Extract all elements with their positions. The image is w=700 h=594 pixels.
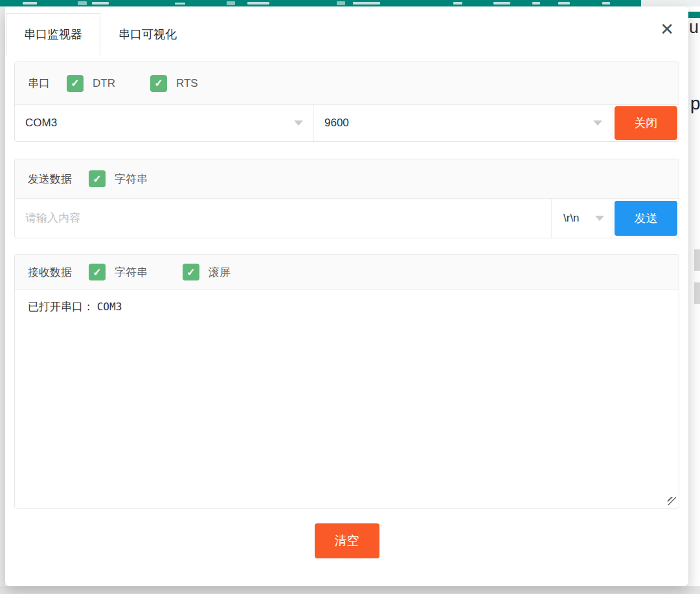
line-ending-select[interactable]: \r\n: [552, 199, 613, 238]
check-icon: ✓: [186, 266, 195, 279]
background-menubar: [0, 0, 641, 6]
background-bottom-strip: [0, 586, 700, 594]
chevron-down-icon: [593, 120, 602, 126]
menubar-icon-fragment: [78, 1, 87, 5]
autoscroll-label: 滚屏: [209, 265, 231, 280]
serial-port-group: 串口 ✓ DTR ✓ RTS COM3 9600: [14, 62, 679, 142]
menubar-text-fragment: [558, 2, 570, 5]
receive-string-label: 字符串: [115, 265, 148, 280]
receive-data-header: 接收数据 ✓ 字符串 ✓ 滚屏: [15, 255, 679, 290]
rts-label: RTS: [176, 77, 198, 90]
menubar-text-fragment: [532, 2, 540, 5]
rts-checkbox[interactable]: ✓: [150, 75, 167, 92]
menubar-text-fragment: [602, 2, 610, 5]
background-artifact: [694, 249, 700, 271]
serial-port-title: 串口: [28, 76, 50, 91]
menubar-text-fragment: [453, 2, 462, 5]
dtr-checkbox-pair: ✓ DTR: [67, 75, 115, 92]
check-icon: ✓: [71, 77, 79, 89]
dtr-checkbox[interactable]: ✓: [67, 75, 84, 92]
autoscroll-checkbox-pair: ✓ 滚屏: [183, 264, 231, 280]
autoscroll-checkbox[interactable]: ✓: [183, 264, 199, 280]
check-icon: ✓: [93, 173, 101, 185]
receive-string-checkbox-pair: ✓ 字符串: [89, 264, 148, 280]
line-ending-value: \r\n: [563, 212, 580, 225]
close-icon[interactable]: ✕: [660, 21, 674, 38]
menubar-text-fragment: [353, 2, 380, 5]
background-menubar-end: [641, 0, 700, 6]
receive-string-checkbox[interactable]: ✓: [89, 264, 106, 280]
dialog-content: 串口 ✓ DTR ✓ RTS COM3 9600: [5, 62, 688, 558]
check-icon: ✓: [93, 266, 101, 279]
tab-serial-monitor[interactable]: 串口监视器: [6, 13, 100, 55]
background-left-strip: [0, 6, 5, 586]
dtr-label: DTR: [93, 77, 115, 90]
background-artifact: [694, 282, 700, 304]
receive-data-title: 接收数据: [28, 265, 72, 280]
menubar-icon-fragment: [227, 1, 235, 5]
receive-data-group: 接收数据 ✓ 字符串 ✓ 滚屏 已打开串口： COM3: [14, 254, 679, 508]
baud-select-value: 9600: [324, 117, 349, 130]
rts-checkbox-pair: ✓ RTS: [150, 75, 198, 92]
menubar-text-fragment: [493, 2, 510, 5]
serial-port-row: COM3 9600 关闭: [15, 105, 679, 141]
dialog-tab-bar: 串口监视器 串口可视化: [5, 6, 688, 55]
receive-output[interactable]: 已打开串口： COM3: [15, 290, 679, 508]
menubar-text-fragment: [92, 2, 109, 5]
send-data-row: \r\n 发送: [15, 199, 679, 238]
send-string-checkbox-pair: ✓ 字符串: [89, 170, 148, 187]
background-partial-text: p: [690, 93, 700, 114]
tab-serial-monitor-label: 串口监视器: [24, 27, 82, 42]
resize-handle[interactable]: [668, 497, 676, 505]
send-string-label: 字符串: [115, 172, 148, 187]
chevron-down-icon: [294, 120, 303, 126]
chevron-down-icon: [595, 216, 604, 221]
send-input[interactable]: [15, 199, 552, 238]
menubar-text-fragment: [23, 2, 37, 5]
serial-monitor-dialog: 串口监视器 串口可视化 ✕ 串口 ✓ DTR ✓ RTS COM3: [5, 6, 688, 586]
close-port-button[interactable]: 关闭: [615, 106, 677, 140]
menubar-text-fragment: [247, 2, 269, 5]
send-data-header: 发送数据 ✓ 字符串: [15, 159, 679, 199]
port-select[interactable]: COM3: [15, 105, 314, 141]
receive-log-port: COM3: [97, 301, 122, 313]
menubar-icon-fragment: [337, 1, 345, 5]
clear-button[interactable]: 清空: [315, 523, 379, 558]
baud-select[interactable]: 9600: [314, 105, 613, 141]
background-partial-text: u: [689, 17, 699, 38]
tab-serial-visualization-label: 串口可视化: [119, 27, 177, 42]
send-data-title: 发送数据: [28, 172, 72, 187]
send-data-group: 发送数据 ✓ 字符串 \r\n 发送: [14, 159, 679, 238]
port-select-value: COM3: [25, 117, 57, 130]
receive-log-prefix: 已打开串口：: [28, 301, 94, 313]
send-string-checkbox[interactable]: ✓: [89, 170, 106, 187]
serial-port-header: 串口 ✓ DTR ✓ RTS: [15, 62, 679, 105]
send-button[interactable]: 发送: [615, 201, 677, 236]
check-icon: ✓: [154, 77, 163, 89]
tab-serial-visualization[interactable]: 串口可视化: [100, 13, 195, 55]
menubar-text-fragment: [175, 3, 185, 5]
